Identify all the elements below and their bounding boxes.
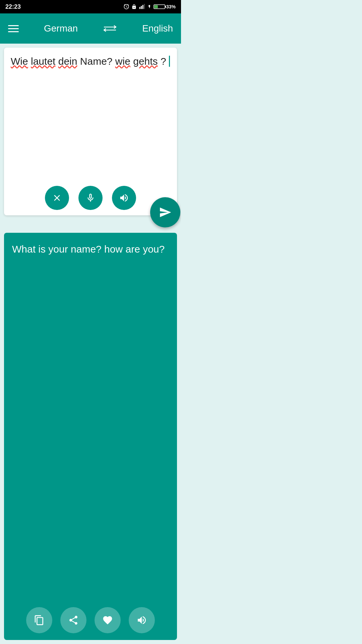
source-text-input[interactable]: Wie lautet dein Name? wie gehts ? bbox=[11, 54, 170, 180]
status-time: 22:23 bbox=[5, 3, 21, 10]
menu-button[interactable] bbox=[8, 25, 19, 32]
word-wie: Wie bbox=[11, 56, 28, 67]
word-lautet: lautet bbox=[31, 56, 55, 67]
share-button[interactable] bbox=[60, 607, 86, 633]
alarm-icon bbox=[123, 4, 129, 10]
microphone-button[interactable] bbox=[78, 186, 103, 210]
main-content: Wie lautet dein Name? wie gehts ? bbox=[0, 44, 181, 644]
word-wie2: wie bbox=[115, 56, 130, 67]
output-section: What is your name? how are you? bbox=[4, 233, 177, 640]
lock-icon bbox=[131, 4, 137, 10]
signal-icon bbox=[139, 4, 145, 10]
copy-button[interactable] bbox=[26, 607, 52, 633]
svg-rect-5 bbox=[165, 6, 166, 8]
status-bar: 22:23 33% bbox=[0, 0, 181, 13]
svg-rect-1 bbox=[141, 6, 142, 9]
status-icons: 33% bbox=[123, 4, 176, 10]
target-language[interactable]: English bbox=[142, 23, 173, 34]
speaker-input-button[interactable] bbox=[112, 186, 136, 210]
word-dein: dein bbox=[58, 56, 77, 67]
word-gehts: gehts bbox=[133, 56, 158, 67]
clear-button[interactable] bbox=[45, 186, 69, 210]
source-language[interactable]: German bbox=[44, 23, 78, 34]
nav-bar: German English bbox=[0, 13, 181, 44]
speaker-output-button[interactable] bbox=[129, 607, 155, 633]
output-action-bar bbox=[12, 607, 169, 633]
svg-rect-6 bbox=[154, 5, 158, 8]
battery-icon bbox=[154, 4, 166, 10]
text-cursor bbox=[169, 56, 170, 67]
svg-rect-3 bbox=[144, 4, 145, 9]
swap-languages-button[interactable] bbox=[103, 23, 117, 34]
svg-rect-0 bbox=[139, 7, 140, 9]
input-action-bar bbox=[11, 186, 170, 210]
battery-percent: 33% bbox=[166, 4, 176, 9]
battery-level bbox=[154, 4, 166, 10]
input-section: Wie lautet dein Name? wie gehts ? bbox=[4, 48, 177, 215]
translate-button[interactable] bbox=[150, 197, 180, 227]
translated-text: What is your name? how are you? bbox=[12, 242, 169, 600]
charging-icon bbox=[147, 4, 152, 10]
svg-rect-2 bbox=[142, 5, 143, 9]
favorite-button[interactable] bbox=[95, 607, 121, 633]
